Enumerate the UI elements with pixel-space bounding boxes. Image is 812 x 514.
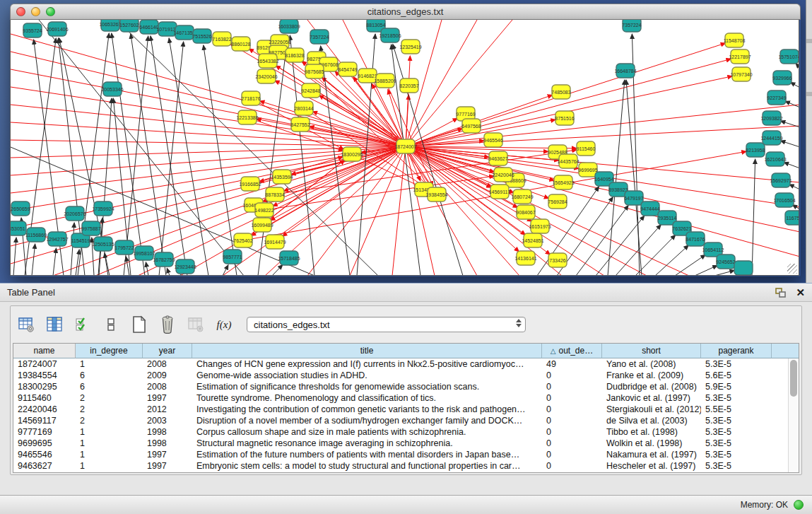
graph-edge[interactable]: [406, 146, 799, 232]
table-cell[interactable]: 5.3E-5: [701, 460, 772, 472]
table-cell[interactable]: 2003: [143, 415, 192, 426]
table-cell[interactable]: 5.3E-5: [701, 449, 772, 460]
window-resize-grip[interactable]: [787, 264, 797, 274]
graph-edge[interactable]: [635, 235, 676, 276]
table-row[interactable]: 1938455462009Genome-wide association stu…: [13, 370, 799, 381]
graph-edge[interactable]: [204, 45, 237, 276]
table-cell[interactable]: 2: [76, 392, 143, 404]
column-header-in_degree[interactable]: in_degree: [76, 344, 143, 358]
table-cell[interactable]: Investigating the contribution of common…: [192, 404, 542, 415]
graph-edge[interactable]: [655, 245, 688, 276]
graph-edge[interactable]: [272, 264, 283, 276]
graph-edge[interactable]: [32, 244, 35, 276]
table-cell[interactable]: Disruption of a novel member of a sodium…: [192, 415, 542, 426]
table-cell[interactable]: 2008: [143, 381, 192, 392]
table-cell[interactable]: 6: [76, 381, 143, 392]
delete-row-icon[interactable]: [158, 315, 177, 334]
column-header-title[interactable]: title: [192, 344, 542, 358]
table-cell[interactable]: 5.5E-5: [701, 404, 772, 415]
table-cell[interactable]: 9463627: [13, 460, 76, 472]
select-mode-icon[interactable]: [73, 315, 93, 334]
table-selector-dropdown[interactable]: citations_edges.txt: [247, 317, 526, 332]
table-cell[interactable]: Tourette syndrome. Phenomenology and cla…: [192, 392, 542, 404]
table-cell[interactable]: Hescheler et al. (1997): [602, 460, 701, 472]
table-cell[interactable]: 0: [542, 404, 602, 415]
graph-edge[interactable]: [180, 274, 181, 276]
graph-edge[interactable]: [169, 38, 208, 276]
table-cell[interactable]: 1997: [143, 460, 192, 472]
table-cell[interactable]: 5.6E-5: [701, 370, 772, 381]
graph-edge[interactable]: [13, 238, 16, 276]
graph-edge[interactable]: [780, 141, 799, 147]
graph-edge[interactable]: [799, 226, 799, 228]
memory-ok-indicator-icon[interactable]: [794, 500, 804, 510]
table-cell[interactable]: 1: [76, 426, 143, 438]
table-cell[interactable]: 5.3E-5: [701, 358, 772, 370]
graph-edge[interactable]: [76, 250, 79, 276]
graph-edge[interactable]: [785, 101, 799, 107]
table-cell[interactable]: 0: [542, 460, 602, 472]
graph-edge[interactable]: [151, 36, 187, 276]
table-row[interactable]: 946362711997Embryonic stem cells: a mode…: [13, 460, 799, 472]
graph-edge[interactable]: [790, 82, 799, 88]
table-cell[interactable]: Estimation of significance thresholds fo…: [192, 381, 542, 392]
table-cell[interactable]: 1: [76, 460, 143, 472]
table-cell[interactable]: 49: [542, 358, 602, 370]
table-cell[interactable]: Changes of HCN gene expression and I(f) …: [192, 358, 542, 370]
graph-edge[interactable]: [695, 265, 717, 276]
table-cell[interactable]: 2008: [143, 358, 192, 370]
table-cell[interactable]: Structural magnetic resonance image aver…: [192, 438, 542, 449]
column-header-short[interactable]: short: [602, 344, 701, 358]
table-cell[interactable]: 0: [542, 392, 602, 404]
graph-edge[interactable]: [307, 146, 406, 276]
table-settings-icon[interactable]: [16, 315, 36, 334]
table-cell[interactable]: 5.9E-5: [701, 381, 772, 392]
graph-edge[interactable]: [784, 163, 799, 168]
table-row[interactable]: 1456911722003Disruption of a novel membe…: [13, 415, 799, 426]
graph-edge[interactable]: [789, 185, 799, 189]
graph-node[interactable]: [734, 261, 753, 275]
table-row[interactable]: 1830029562008Estimation of significance …: [13, 381, 799, 392]
column-header-pagerank[interactable]: pagerank: [701, 344, 772, 358]
table-cell[interactable]: 1: [76, 358, 143, 370]
table-cell[interactable]: 1997: [143, 392, 192, 404]
graph-edge[interactable]: [714, 270, 734, 276]
graph-edge[interactable]: [250, 157, 343, 184]
table-cell[interactable]: Genome-wide association studies in ADHD.: [192, 370, 542, 381]
column-header-year[interactable]: year: [143, 344, 192, 358]
table-cell[interactable]: Embryonic stem cells: a model to study s…: [192, 460, 542, 472]
show-columns-icon[interactable]: [45, 315, 64, 334]
table-cell[interactable]: 5.3E-5: [701, 415, 772, 426]
table-cell[interactable]: 2012: [143, 404, 192, 415]
graph-edge[interactable]: [39, 20, 244, 276]
table-cell[interactable]: 0: [542, 415, 602, 426]
table-row[interactable]: 946554611997Estimation of the future num…: [13, 449, 799, 460]
table-cell[interactable]: 9115460: [13, 392, 76, 404]
table-cell[interactable]: 5.3E-5: [701, 392, 772, 404]
table-vertical-scrollbar[interactable]: [788, 358, 799, 472]
table-cell[interactable]: 2: [76, 404, 143, 415]
table-cell[interactable]: 1997: [143, 449, 192, 460]
table-cell[interactable]: 0: [542, 381, 602, 392]
close-icon[interactable]: ✕: [796, 288, 805, 298]
table-cell[interactable]: Stergiakouli et al. (2012): [602, 404, 701, 415]
table-cell[interactable]: Wolkin et al. (1998): [602, 438, 701, 449]
table-cell[interactable]: Franke et al. (2009): [602, 370, 701, 381]
function-builder-icon[interactable]: f(x): [214, 315, 234, 334]
table-cell[interactable]: 22420046: [13, 404, 76, 415]
table-cell[interactable]: 0: [542, 449, 602, 460]
table-cell[interactable]: 0: [542, 370, 602, 381]
network-window-titlebar[interactable]: citations_edges.txt: [10, 4, 801, 20]
float-window-icon[interactable]: [775, 288, 786, 298]
table-cell[interactable]: 1: [76, 449, 143, 460]
table-cell[interactable]: Tibbo et al. (1998): [602, 426, 701, 438]
table-cell[interactable]: Yano et al. (2008): [602, 358, 701, 370]
table-cell[interactable]: 19384554: [13, 370, 76, 381]
network-graph[interactable]: 1872400771638228860128891293423226058982…: [11, 20, 799, 276]
network-canvas[interactable]: 1872400771638228860128891293423226058982…: [10, 20, 799, 276]
table-cell[interactable]: Nakamura et al. (1997): [602, 449, 701, 460]
table-row[interactable]: 1872400712008Changes of HCN gene express…: [13, 358, 799, 370]
table-cell[interactable]: Estimation of the future numbers of pati…: [192, 449, 542, 460]
table-cell[interactable]: 9777169: [13, 426, 76, 438]
row-height-icon[interactable]: [101, 315, 121, 334]
